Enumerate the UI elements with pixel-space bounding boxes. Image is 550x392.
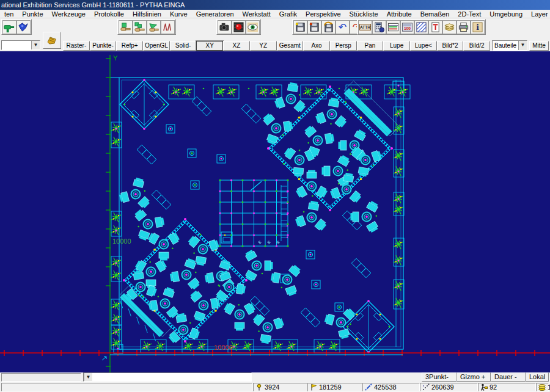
table-button[interactable] (386, 20, 400, 34)
floor-plan-drawing: Y1000010000 (0, 51, 550, 372)
status-cell-empty (1, 383, 252, 391)
menu-item-umgebung[interactable]: Umgebung (485, 10, 527, 18)
view-button-refp[interactable]: Refp+ (116, 41, 143, 51)
menu-item-ten[interactable]: ten (0, 10, 18, 18)
menu-item-generatoren[interactable]: Generatoren (192, 10, 238, 18)
walker-icon (480, 383, 488, 391)
menu-item-2d-text[interactable]: 2D-Text (453, 10, 485, 18)
status-cell-pin: 3924 (253, 383, 307, 391)
view-button-bild2[interactable]: Bild*2 (437, 41, 464, 51)
bauteile-arrow-icon[interactable]: ▼ (518, 41, 527, 50)
status-bar: 3924181259425538260639921 (0, 382, 550, 392)
save-minus-button[interactable] (307, 20, 321, 34)
save-rotate-button[interactable] (321, 20, 336, 34)
calculator-button[interactable] (372, 20, 386, 34)
view-button-xz[interactable]: XZ (223, 41, 250, 51)
menu-item-kurve[interactable]: Kurve (166, 10, 192, 18)
menu-bar: tenPunkteWerkzeugeProtokolleHilfslinienK… (0, 10, 550, 18)
menu-item-werkstatt[interactable]: Werkstatt (238, 10, 275, 18)
camera-button[interactable] (218, 20, 232, 34)
status-cell-coins: 1 (536, 383, 549, 391)
attr-button[interactable]: ATTR (358, 20, 372, 34)
view-button-axo[interactable]: Axo (303, 41, 330, 51)
save-minus-icon (309, 21, 320, 33)
view-button-lupe[interactable]: Lupe< (410, 41, 437, 51)
bottom-button-3punkt[interactable]: 3Punkt- (422, 372, 457, 382)
menu-item-werkzeuge[interactable]: Werkzeuge (48, 10, 90, 18)
command-combobox-arrow-icon[interactable]: ▼ (84, 373, 92, 381)
hatch-button[interactable] (414, 20, 428, 34)
menu-item-hilfslinien[interactable]: Hilfslinien (128, 10, 166, 18)
combobox-arrow-icon[interactable]: ▼ (31, 41, 40, 49)
status-cell-flag: 181259 (307, 383, 362, 391)
menu-item-punkte[interactable]: Punkte (18, 10, 47, 18)
save-rotate-icon (323, 21, 334, 33)
view-toolbar: ▼ Raster-Punkte-Refp+OpenGLSolid-XYXZYZG… (0, 35, 550, 51)
status-value: 92 (490, 383, 497, 391)
view-button-gesamt[interactable]: Gesamt (277, 41, 304, 51)
toolbar-group-2 (216, 19, 261, 35)
main-toolbar: ↶↷ATTR100i (0, 18, 550, 35)
menu-item-perspektive[interactable]: Perspektive (301, 10, 345, 18)
info-button[interactable]: i (471, 20, 485, 34)
snap-icon (422, 383, 430, 391)
view-button-pan[interactable]: Pan (357, 41, 384, 51)
hand-cube-button[interactable] (119, 20, 133, 34)
menu-item-st-ckliste[interactable]: Stückliste (345, 10, 383, 18)
status-value: 181259 (319, 383, 342, 391)
status-value: 425538 (374, 383, 397, 391)
view-button-opengl[interactable]: OpenGL (143, 41, 170, 51)
toolbar-group-3: ↶↷ (292, 19, 365, 35)
layer-combobox[interactable]: ▼ (1, 40, 40, 50)
svg-text:Y: Y (113, 54, 118, 62)
svg-text:↶: ↶ (339, 21, 347, 33)
view-button-xy[interactable]: XY (196, 41, 223, 51)
bottom-button-gizmo[interactable]: Gizmo + (457, 372, 491, 382)
stamp-100-button[interactable]: 100 (400, 20, 414, 34)
hand-cube-icon (120, 21, 131, 33)
bauteile-select[interactable]: Bauteile ▼ (492, 40, 527, 51)
drill-icon (4, 21, 15, 33)
layers-button[interactable] (442, 20, 457, 34)
view-button-yz[interactable]: YZ (250, 41, 277, 51)
toolbar-group-0 (1, 19, 32, 35)
hand-cubes-button[interactable] (133, 20, 147, 34)
red-ball-icon (233, 21, 244, 33)
calculator-icon (373, 21, 385, 33)
bottom-button-lokal[interactable]: Lokal - (526, 372, 549, 382)
view-button-persp[interactable]: Persp (330, 41, 357, 51)
mitte-button[interactable]: Mitte (529, 41, 549, 51)
menu-item-grafik[interactable]: Grafik (275, 10, 301, 18)
red-marks-button[interactable] (161, 20, 175, 34)
view-button-raster[interactable]: Raster- (63, 41, 90, 51)
cad-viewport[interactable]: Y1000010000 (0, 51, 550, 372)
hand-wedge-button[interactable] (147, 20, 161, 34)
glove-tool-button[interactable] (43, 32, 61, 49)
flag-icon (310, 383, 317, 391)
document-t-button[interactable] (428, 20, 442, 34)
red-ball-button[interactable] (232, 20, 246, 34)
menu-item-layer[interactable]: Layer (527, 10, 550, 18)
view-button-solid[interactable]: Solid- (170, 41, 197, 51)
command-combobox[interactable]: ▼ (83, 372, 252, 382)
drill-button[interactable] (2, 20, 16, 34)
status-value: 1 (548, 383, 550, 391)
eye-button[interactable] (246, 20, 260, 34)
stamp-100-icon: 100 (402, 21, 413, 33)
bottom-button-dauer[interactable]: Dauer - (491, 372, 526, 382)
save-plus-button[interactable] (293, 20, 307, 34)
svg-text:ATTR: ATTR (360, 25, 370, 29)
view-button-punkte[interactable]: Punkte- (90, 41, 117, 51)
printer-button[interactable] (457, 20, 471, 34)
view-button-lupe[interactable]: Lupe (383, 41, 410, 51)
menu-item-attribute[interactable]: Attribute (383, 10, 416, 18)
menu-item-bema-en[interactable]: Bemaßen (416, 10, 454, 18)
menu-item-protokolle[interactable]: Protokolle (90, 10, 128, 18)
undo-button[interactable]: ↶ (336, 20, 350, 34)
view-buttons: Raster-Punkte-Refp+OpenGLSolid-XYXZYZGes… (63, 41, 490, 51)
fox-button[interactable] (16, 20, 31, 34)
table-icon (387, 21, 399, 33)
title-bar[interactable]: ational Exhibition Services GmbH 1-11806… (0, 0, 550, 10)
view-button-bild2[interactable]: Bild/2 (463, 41, 490, 51)
red-marks-icon (162, 21, 174, 33)
